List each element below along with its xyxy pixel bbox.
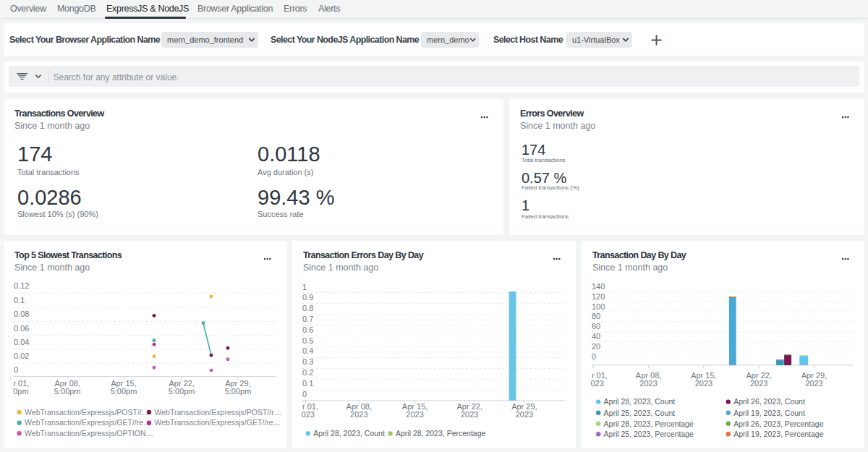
svg-text:WebTransaction/Expressjs/POST/: WebTransaction/Expressjs/POST//r… (155, 408, 282, 417)
svg-text:80: 80 (592, 312, 600, 320)
svg-text:0.1: 0.1 (302, 379, 313, 388)
svg-text:2023: 2023 (461, 410, 478, 419)
svg-text:0.3: 0.3 (302, 357, 313, 366)
svg-text:5:00pm: 5:00pm (111, 387, 137, 396)
svg-text:120: 120 (592, 292, 605, 301)
svg-text:2023: 2023 (639, 379, 657, 388)
svg-text:WebTransaction/Expressjs/POST/: WebTransaction/Expressjs/POST//… (25, 408, 149, 417)
svg-text:0.04: 0.04 (14, 338, 29, 346)
svg-text:0.7: 0.7 (302, 315, 313, 323)
svg-text:0.5: 0.5 (302, 336, 313, 345)
svg-text:0.2: 0.2 (302, 368, 313, 377)
svg-text:April 25, 2023, Percentage: April 25, 2023, Percentage (604, 430, 694, 438)
svg-text:023: 023 (302, 410, 315, 419)
svg-text:0.06: 0.06 (14, 324, 29, 333)
svg-text:2023: 2023 (350, 410, 367, 419)
svg-text:1: 1 (302, 283, 307, 291)
svg-text:0pm: 0pm (13, 387, 28, 396)
svg-text:0.4: 0.4 (302, 346, 313, 355)
svg-text:April 28, 2023, Percentage: April 28, 2023, Percentage (604, 419, 694, 428)
svg-text:0.08: 0.08 (14, 310, 29, 318)
svg-text:April 26, 2023, Percentage: April 26, 2023, Percentage (733, 419, 823, 428)
svg-text:5:00pm: 5:00pm (225, 387, 252, 396)
svg-text:0.12: 0.12 (14, 281, 29, 290)
svg-text:0.1: 0.1 (14, 296, 25, 304)
svg-text:2023: 2023 (516, 410, 533, 419)
svg-text:2023: 2023 (805, 379, 822, 388)
svg-text:40: 40 (592, 332, 600, 341)
svg-text:023: 023 (591, 379, 604, 388)
svg-text:April 19, 2023, Percentage: April 19, 2023, Percentage (733, 430, 823, 438)
svg-text:100: 100 (592, 302, 605, 311)
svg-text:0: 0 (14, 365, 18, 374)
svg-text:0: 0 (302, 390, 307, 398)
svg-text:60: 60 (592, 322, 600, 331)
svg-text:WebTransaction/Expressjs/OPTIO: WebTransaction/Expressjs/OPTION… (25, 429, 153, 438)
svg-text:0.02: 0.02 (14, 351, 29, 360)
svg-text:April 25, 2023, Count: April 25, 2023, Count (604, 409, 676, 417)
svg-text:April 19, 2023, Count: April 19, 2023, Count (733, 409, 805, 417)
svg-text:2023: 2023 (695, 379, 712, 388)
svg-text:April 28, 2023, Count: April 28, 2023, Count (604, 397, 676, 406)
svg-text:2023: 2023 (750, 379, 767, 388)
svg-text:0.8: 0.8 (302, 304, 313, 312)
svg-text:0.6: 0.6 (302, 325, 313, 334)
svg-text:5:00pm: 5:00pm (54, 387, 81, 396)
svg-text:April 26, 2023, Count: April 26, 2023, Count (733, 397, 805, 406)
svg-text:20: 20 (592, 342, 600, 351)
svg-text:April 28, 2023, Count: April 28, 2023, Count (313, 429, 385, 438)
svg-text:0: 0 (592, 352, 596, 361)
svg-text:WebTransaction/Expressjs/GET//: WebTransaction/Expressjs/GET//re… (155, 418, 281, 427)
svg-text:5:00pm: 5:00pm (169, 387, 195, 396)
svg-text:140: 140 (592, 282, 605, 291)
svg-text:2023: 2023 (406, 410, 423, 419)
svg-text:0.9: 0.9 (302, 293, 313, 302)
svg-text:WebTransaction/Expressjs/GET//: WebTransaction/Expressjs/GET//re… (25, 418, 150, 427)
svg-text:April 28, 2023, Percentage: April 28, 2023, Percentage (396, 429, 485, 438)
